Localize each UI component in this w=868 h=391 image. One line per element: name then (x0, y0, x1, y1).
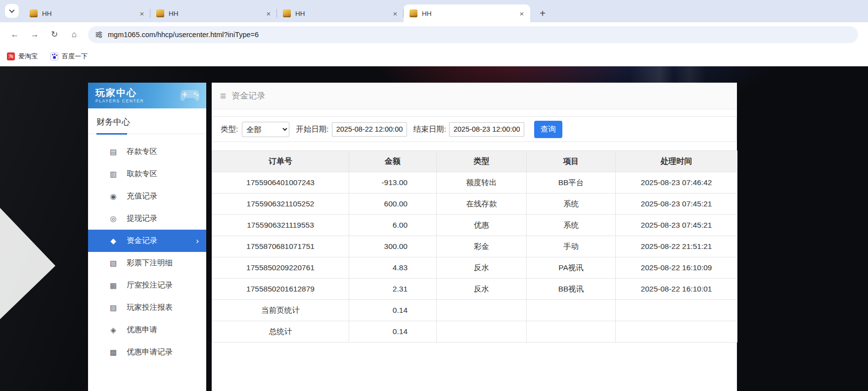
sidebar-menu-item[interactable]: ▨ 玩家投注报表 (88, 296, 206, 319)
page-title: 资金记录 (231, 90, 265, 101)
cell-time: 2025-08-23 07:45:21 (616, 215, 737, 236)
address-bar[interactable]: mgm1065.com/hhcp/usercenter.html?iniType… (88, 26, 858, 43)
sidebar-menu-item[interactable]: ◎ 提现记录 (88, 207, 206, 230)
bookmark-taobao[interactable]: 淘 爱淘宝 (7, 52, 38, 61)
start-date-label: 开始日期: (296, 124, 328, 135)
cell-type: 彩金 (437, 236, 527, 257)
menu-item-label: 存款专区 (127, 147, 157, 157)
tab-strip: HH × HH × HH × HH × (0, 0, 868, 22)
cell-order-id: 1755870681071751 (212, 236, 349, 257)
new-tab-button[interactable]: + (535, 6, 550, 21)
hamburger-icon[interactable]: ≡ (220, 90, 226, 102)
tab-close-icon[interactable]: × (264, 9, 273, 18)
start-date-input[interactable] (332, 122, 407, 137)
end-date-input[interactable] (449, 122, 524, 137)
column-header: 类型 (437, 151, 527, 172)
cell-time (616, 321, 737, 342)
chevron-down-icon (9, 7, 14, 13)
cell-amount: 0.14 (349, 300, 437, 321)
menu-item-label: 彩票下注明细 (127, 258, 173, 268)
table-row: 1755850209220761 4.83 反水 PA视讯 2025-08-22… (212, 257, 737, 279)
browser-tab[interactable]: HH × (150, 4, 277, 22)
cell-amount: -913.00 (349, 172, 437, 194)
browser-tab[interactable]: HH × (24, 4, 150, 22)
menu-item-icon: ▦ (108, 281, 119, 290)
sidebar-header: 玩家中心 PLAYERS CENTER (88, 83, 206, 108)
tabs-container: HH × HH × HH × HH × (24, 4, 530, 22)
cell-amount: 2.31 (349, 279, 437, 300)
chevron-right-icon: › (196, 236, 199, 246)
tab-close-icon[interactable]: × (137, 9, 146, 18)
cell-time: 2025-08-23 07:45:21 (616, 194, 737, 215)
sidebar-menu-item[interactable]: ▦ 厅室投注记录 (88, 274, 206, 296)
browser-tab[interactable]: HH × (404, 4, 530, 22)
table-row: 1755906321119553 6.00 优惠 系统 2025-08-23 0… (212, 215, 737, 236)
menu-item-label: 优惠申请 (127, 325, 157, 335)
home-button[interactable]: ⌂ (66, 26, 83, 43)
tab-search-button[interactable] (5, 4, 19, 18)
cell-order-id: 总统计 (212, 321, 349, 342)
column-header: 金额 (349, 151, 437, 172)
home-icon: ⌂ (72, 30, 77, 40)
cell-time: 2025-08-22 21:51:21 (616, 236, 737, 257)
browser-tab[interactable]: HH × (277, 4, 404, 22)
cell-project: 手动 (527, 236, 616, 257)
sidebar-section-finance-center[interactable]: 财务中心 (88, 108, 206, 134)
menu-item-label: 玩家投注报表 (127, 302, 173, 313)
table-row: 当前页统计 0.14 (212, 300, 737, 321)
site-settings-icon (95, 31, 103, 39)
cell-time: 2025-08-23 07:46:42 (616, 172, 737, 194)
bookmark-baidu[interactable]: 百度一下 (50, 52, 88, 61)
funds-record-table: 订单号 金额 类型 项目 处理时间 (212, 150, 737, 342)
back-button[interactable]: ← (6, 26, 23, 43)
sidebar-menu-item[interactable]: ▥ 取款专区 (88, 163, 206, 185)
browser-toolbar: ← → ↻ ⌂ mgm1065.com/hhcp/usercenter.html… (0, 22, 868, 47)
sidebar-menu-item[interactable]: ◈ 优惠申请 (88, 319, 206, 341)
gamepad-icon (179, 88, 201, 103)
filter-bar: 类型: 全部 开始日期: 结束日期: 查询 (212, 116, 736, 142)
cell-type: 优惠 (437, 215, 527, 236)
main-body: 类型: 全部 开始日期: 结束日期: 查询 (212, 109, 737, 362)
cell-order-id: 1755906321105252 (212, 194, 349, 215)
cell-time: 2025-08-22 16:10:09 (616, 257, 737, 279)
cell-type: 反水 (437, 279, 527, 300)
cell-order-id: 1755906321119553 (212, 215, 349, 236)
site-favicon (283, 9, 291, 17)
search-button[interactable]: 查询 (534, 121, 562, 138)
cell-time: 2025-08-22 16:10:01 (616, 279, 737, 300)
cell-order-id: 1755906401007243 (212, 172, 349, 194)
type-filter-label: 类型: (221, 124, 238, 135)
sidebar-menu-item[interactable]: ▩ 优惠申请记录 (88, 341, 206, 363)
sidebar-menu-item[interactable]: ▤ 存款专区 (88, 141, 206, 163)
cell-amount: 0.14 (349, 321, 437, 342)
end-date-label: 结束日期: (413, 124, 446, 135)
cell-type: 反水 (437, 257, 527, 279)
back-icon: ← (11, 30, 19, 40)
cell-order-id: 当前页统计 (212, 300, 349, 321)
cell-time (616, 300, 737, 321)
browser-window: HH × HH × HH × HH × (0, 0, 868, 391)
sidebar-nav: ▤ 存款专区 ▥ 取款专区 ◉ 充值记录 (88, 134, 206, 363)
sidebar-menu-item[interactable]: ◉ 充值记录 (88, 185, 206, 207)
url-text: mgm1065.com/hhcp/usercenter.html?iniType… (108, 31, 259, 39)
baidu-paw-icon (50, 52, 58, 60)
tab-close-icon[interactable]: × (391, 9, 400, 18)
tab-title: HH (422, 10, 517, 17)
type-select[interactable]: 全部 (242, 122, 289, 137)
menu-item-label: 充值记录 (127, 191, 157, 201)
reload-button[interactable]: ↻ (46, 26, 63, 43)
page-viewport: 玩家中心 PLAYERS CENTER 财务中心 ▤ (0, 66, 868, 391)
tab-close-icon[interactable]: × (517, 9, 526, 18)
cell-project: PA视讯 (527, 257, 616, 279)
column-header: 订单号 (212, 151, 349, 172)
bookmark-label: 爱淘宝 (18, 52, 38, 61)
cell-amount: 600.00 (349, 194, 437, 215)
player-center-content: 玩家中心 PLAYERS CENTER 财务中心 ▤ (88, 83, 737, 391)
forward-icon: → (31, 30, 39, 40)
cell-project: BB平台 (527, 172, 616, 194)
site-favicon (30, 9, 38, 17)
cell-type: 在线存款 (437, 194, 527, 215)
forward-button[interactable]: → (26, 26, 43, 43)
sidebar-menu-item[interactable]: ▧ 彩票下注明细 (88, 252, 206, 274)
sidebar-menu-item[interactable]: ◆ 资金记录 › (88, 230, 206, 252)
